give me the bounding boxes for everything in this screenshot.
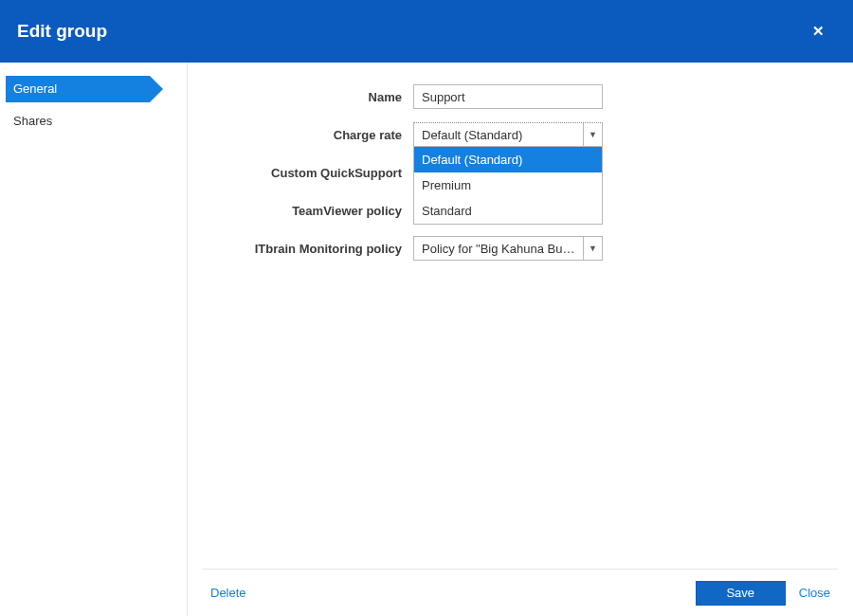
row-name: Name	[197, 78, 844, 116]
content-pane: Name Charge rate Default (Standard) ▼ De…	[188, 63, 853, 616]
charge-rate-dropdown: Default (Standard) Premium Standard	[413, 147, 603, 225]
sidebar: General Shares	[0, 63, 188, 616]
charge-rate-select[interactable]: Default (Standard) ▼	[413, 122, 603, 147]
custom-quicksupport-label: Custom QuickSupport	[197, 166, 413, 180]
name-input[interactable]	[413, 84, 603, 109]
tab-shares[interactable]: Shares	[0, 108, 187, 135]
close-icon[interactable]: ✕	[805, 19, 832, 44]
tab-general[interactable]: General	[6, 76, 150, 102]
charge-rate-option[interactable]: Standard	[414, 198, 602, 224]
name-label: Name	[197, 90, 413, 104]
teamviewer-policy-label: TeamViewer policy	[197, 204, 413, 218]
tab-label: Shares	[13, 114, 52, 128]
charge-rate-option[interactable]: Premium	[414, 172, 602, 198]
chevron-down-icon[interactable]: ▼	[583, 237, 602, 260]
dialog-footer: Delete Save Close	[203, 569, 838, 616]
itbrain-policy-label: ITbrain Monitoring policy	[197, 242, 413, 256]
dialog-title: Edit group	[17, 21, 107, 42]
charge-rate-label: Charge rate	[197, 128, 413, 142]
close-link[interactable]: Close	[799, 586, 830, 600]
dialog-body: General Shares Name Charge rate Default …	[0, 63, 853, 616]
row-itbrain-policy: ITbrain Monitoring policy Policy for "Bi…	[197, 229, 844, 267]
itbrain-policy-value: Policy for "Big Kahuna Bur...	[414, 242, 583, 256]
dialog-header: Edit group ✕	[0, 0, 853, 63]
save-button[interactable]: Save	[696, 581, 786, 606]
itbrain-policy-select[interactable]: Policy for "Big Kahuna Bur... ▼	[413, 236, 603, 261]
form-area: Name Charge rate Default (Standard) ▼ De…	[197, 63, 844, 569]
delete-link[interactable]: Delete	[210, 586, 246, 600]
tab-label: General	[13, 82, 57, 96]
charge-rate-value: Default (Standard)	[414, 128, 583, 142]
row-charge-rate: Charge rate Default (Standard) ▼ Default…	[197, 116, 844, 154]
chevron-down-icon[interactable]: ▼	[583, 123, 602, 146]
charge-rate-option[interactable]: Default (Standard)	[414, 147, 602, 172]
